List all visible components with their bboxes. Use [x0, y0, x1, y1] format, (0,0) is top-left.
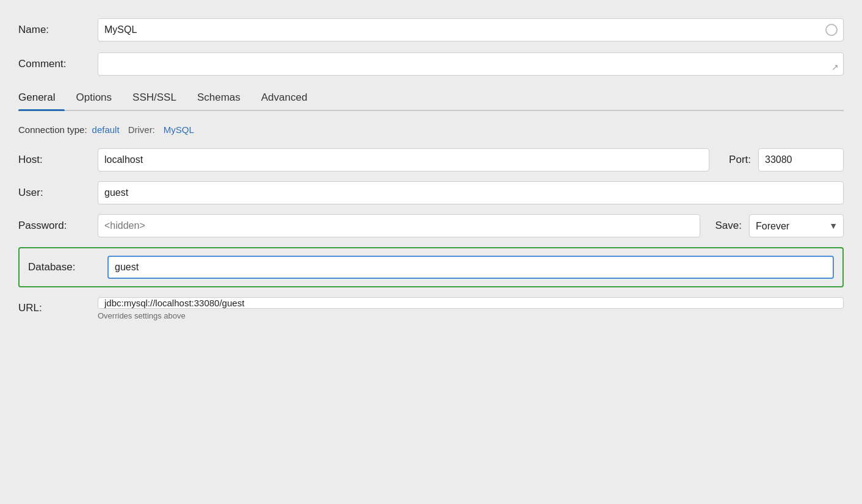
tabs-row: General Options SSH/SSL Schemas Advanced — [18, 87, 844, 111]
url-hint: Overrides settings above — [98, 311, 844, 320]
connection-type-label: Connection type: — [18, 124, 87, 135]
save-select[interactable]: Forever Until restart Never — [749, 214, 844, 237]
expand-icon[interactable]: ↗ — [831, 62, 839, 72]
save-select-wrap: Forever Until restart Never ▼ — [749, 214, 844, 237]
database-row: Database: — [28, 256, 834, 279]
name-input-wrap — [98, 18, 844, 41]
password-row: Password: Save: Forever Until restart Ne… — [18, 214, 844, 237]
connection-type-value[interactable]: default — [92, 124, 120, 135]
name-label: Name: — [18, 24, 98, 36]
port-label: Port: — [709, 154, 758, 166]
database-row-outer: Database: — [18, 247, 844, 287]
comment-wrap: ↗ — [98, 52, 844, 76]
tab-advanced[interactable]: Advanced — [261, 87, 317, 110]
save-label: Save: — [700, 220, 749, 232]
port-input[interactable] — [758, 148, 844, 171]
user-input[interactable] — [98, 181, 844, 204]
database-label: Database: — [28, 261, 107, 273]
password-label: Password: — [18, 220, 98, 232]
name-row: Name: — [18, 18, 844, 41]
host-port-row: Host: Port: — [18, 148, 844, 171]
url-row: URL: Overrides settings above — [18, 297, 844, 320]
user-row: User: — [18, 181, 844, 204]
clear-icon[interactable] — [825, 24, 838, 36]
driver-value[interactable]: MySQL — [164, 124, 194, 135]
dialog: Name: Comment: ↗ General Options SSH/SSL… — [0, 0, 862, 504]
url-right: Overrides settings above — [98, 297, 844, 320]
url-label: URL: — [18, 297, 98, 314]
host-label: Host: — [18, 154, 98, 166]
tab-ssh-ssl[interactable]: SSH/SSL — [132, 87, 186, 110]
name-input[interactable] — [98, 18, 844, 41]
tab-general[interactable]: General — [18, 87, 65, 110]
user-label: User: — [18, 187, 98, 199]
comment-label: Comment: — [18, 58, 98, 70]
connection-info: Connection type: default Driver: MySQL — [18, 124, 844, 135]
password-input[interactable] — [98, 214, 700, 237]
comment-input[interactable] — [98, 52, 844, 76]
driver-label: Driver: — [128, 124, 155, 135]
tab-schemas[interactable]: Schemas — [197, 87, 250, 110]
comment-row: Comment: ↗ — [18, 52, 844, 76]
host-input[interactable] — [98, 148, 709, 171]
url-input[interactable] — [98, 297, 844, 309]
tab-options[interactable]: Options — [76, 87, 121, 110]
database-input[interactable] — [107, 256, 834, 279]
